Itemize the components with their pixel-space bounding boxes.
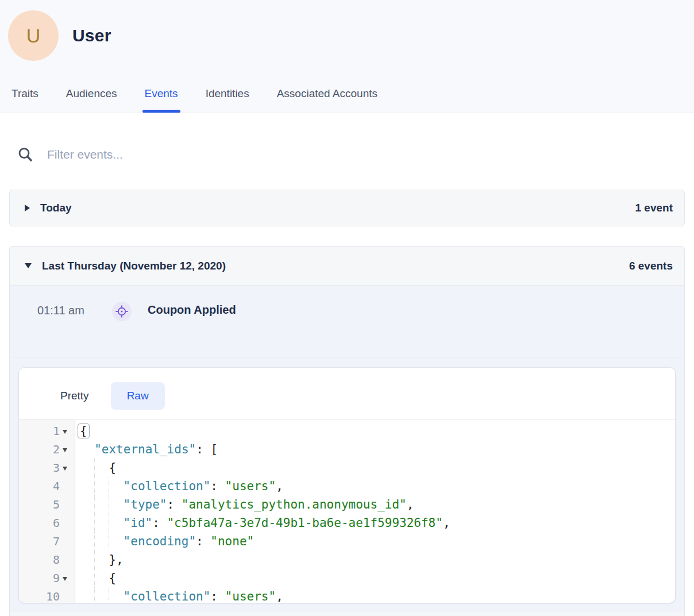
code-line: },	[80, 550, 675, 569]
json-string: "users"	[225, 479, 276, 493]
fold-caret-icon[interactable]	[63, 448, 67, 452]
page-title: User	[72, 26, 111, 45]
search-icon	[17, 147, 33, 163]
json-string: "c5bfa47a-3e7d-49b1-ba6e-ae1f599326f8"	[167, 516, 442, 530]
json-punct: :	[167, 498, 181, 511]
editor-gutter: 12345678910	[19, 419, 75, 603]
json-punct: ,	[443, 516, 450, 530]
code-line: "encoding": "none"	[80, 532, 675, 550]
line-number: 2	[53, 440, 60, 459]
line-number: 8	[53, 550, 60, 569]
gutter-row: 1	[19, 422, 75, 440]
line-number: 6	[53, 514, 60, 532]
avatar: U	[8, 10, 59, 61]
editor-code: {"external_ids": [{"collection": "users"…	[75, 419, 675, 603]
view-toggle-raw[interactable]: Raw	[111, 382, 165, 410]
indent-guide	[94, 569, 95, 587]
gutter-row: 4	[19, 477, 75, 495]
gutter-row: 8	[19, 550, 75, 569]
group-header[interactable]: Last Thursday (November 12, 2020) 6 even…	[10, 247, 684, 286]
json-punct: :	[210, 479, 225, 493]
event-row-coupon-applied[interactable]: 01:11 am Coupon Applied	[10, 286, 684, 357]
profile-header: U User TraitsAudiencesEventsIdentitiesAs…	[0, 0, 694, 113]
chevron-right-icon[interactable]	[25, 205, 30, 211]
event-filter-row	[17, 138, 694, 171]
payload-view-toggle: PrettyRaw	[19, 368, 675, 419]
fold-caret-icon[interactable]	[63, 467, 67, 471]
event-group-last-thursday: Last Thursday (November 12, 2020) 6 even…	[9, 246, 685, 616]
chevron-down-icon[interactable]	[25, 263, 32, 268]
code-line: {	[80, 569, 675, 587]
indent-guide	[94, 495, 95, 514]
json-punct: {	[109, 461, 116, 475]
line-number: 4	[53, 477, 60, 495]
fold-slot	[60, 477, 70, 495]
line-number: 1	[53, 422, 60, 440]
line-number: 3	[53, 459, 60, 477]
indent-guide	[94, 532, 95, 550]
fold-slot	[60, 495, 70, 514]
tab-associated-accounts[interactable]: Associated Accounts	[277, 87, 377, 113]
json-punct: :	[196, 534, 210, 548]
filter-events-input[interactable]	[46, 147, 416, 162]
gutter-row: 9	[19, 569, 75, 587]
event-icon-badge	[112, 302, 132, 321]
fold-slot	[60, 514, 70, 532]
gutter-row: 3	[19, 459, 75, 477]
indent-guide	[109, 495, 109, 514]
indent-guide	[109, 587, 109, 603]
event-group-today[interactable]: Today 1 event	[9, 190, 685, 226]
indent-guide	[94, 477, 95, 495]
view-toggle-pretty[interactable]: Pretty	[44, 382, 105, 410]
json-punct: :	[152, 516, 167, 530]
group-title: Last Thursday (November 12, 2020)	[42, 260, 226, 272]
tab-events[interactable]: Events	[145, 87, 178, 113]
code-line: "collection": "users",	[80, 477, 675, 495]
fold-caret-icon[interactable]	[63, 430, 67, 434]
json-punct: : [	[196, 442, 218, 456]
line-number: 9	[53, 569, 60, 587]
event-payload-card: PrettyRaw 12345678910 {"external_ids": […	[19, 368, 675, 603]
gutter-row: 5	[19, 495, 75, 514]
json-punct: ,	[276, 479, 283, 493]
line-number: 10	[46, 587, 60, 603]
fold-slot	[60, 587, 70, 603]
tab-identities[interactable]: Identities	[206, 87, 249, 113]
group-event-count: 1 event	[635, 202, 673, 214]
indent-guide	[109, 477, 109, 495]
tab-audiences[interactable]: Audiences	[66, 87, 117, 113]
code-line: {	[80, 459, 675, 477]
event-detail: PrettyRaw 12345678910 {"external_ids": […	[10, 357, 684, 611]
fold-caret-icon[interactable]	[63, 577, 67, 581]
indent-guide	[94, 459, 95, 477]
json-editor: 12345678910 {"external_ids": [{"collecti…	[19, 419, 675, 603]
avatar-initial: U	[26, 25, 41, 47]
gutter-row: 6	[19, 514, 75, 532]
target-icon	[115, 305, 128, 318]
tab-traits[interactable]: Traits	[11, 87, 38, 113]
fold-slot	[60, 532, 70, 550]
json-string: "analytics_python.anonymous_id"	[182, 498, 407, 511]
code-line: "collection": "users",	[80, 587, 675, 603]
event-name: Coupon Applied	[148, 303, 236, 317]
profile-identity: U User	[0, 0, 694, 61]
fold-slot	[60, 569, 70, 587]
json-key: "type"	[124, 498, 167, 511]
json-key: "external_ids"	[94, 442, 196, 456]
fold-slot	[60, 550, 70, 569]
group-title: Today	[40, 202, 72, 214]
indent-guide	[109, 532, 109, 550]
fold-slot	[60, 459, 70, 477]
group-event-count: 6 events	[629, 260, 673, 272]
json-punct: ,	[407, 498, 414, 511]
json-punct: {	[109, 571, 116, 585]
json-string: "users"	[225, 590, 276, 603]
code-line: "external_ids": [	[80, 440, 675, 459]
json-key: "collection"	[124, 590, 211, 603]
json-key: "id"	[124, 516, 153, 530]
gutter-row: 2	[19, 440, 75, 459]
code-line: "type": "analytics_python.anonymous_id",	[80, 495, 675, 514]
json-punct: },	[109, 553, 123, 567]
indent-guide	[109, 514, 109, 532]
profile-tabs: TraitsAudiencesEventsIdentitiesAssociate…	[0, 87, 694, 113]
